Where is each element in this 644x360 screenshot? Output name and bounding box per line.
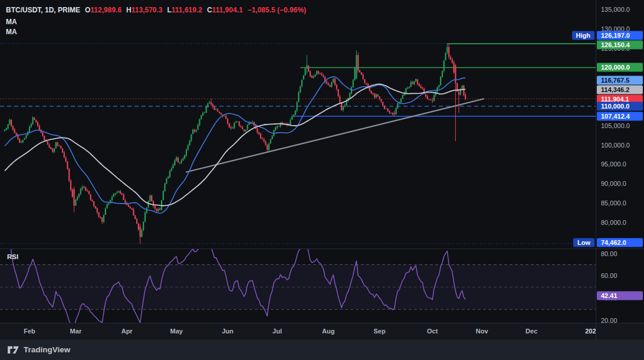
- price-badge: 42.41: [597, 291, 643, 300]
- price-tick: 135,000.0: [601, 6, 630, 13]
- price-tick: 95,000.0: [601, 161, 626, 168]
- low-marker-tag: Low: [573, 238, 594, 247]
- price-tick: 80.00: [601, 250, 617, 257]
- rsi-chart[interactable]: [0, 249, 596, 323]
- price-tick: 80,000.0: [601, 219, 626, 226]
- symbol-title[interactable]: BTC/USDT, 1D, PRIME: [6, 6, 80, 14]
- price-tick: 85,000.0: [601, 199, 626, 207]
- price-badge: 126,197.0: [597, 31, 643, 40]
- time-axis-month: Oct: [427, 323, 438, 339]
- price-badge: 116,767.5: [597, 76, 643, 84]
- time-axis-month: Aug: [322, 323, 334, 339]
- tradingview-chart-window: BTC/USDT, 1D, PRIME O112,989.6 H113,570.…: [0, 0, 644, 360]
- price-badge: 114,346.2: [597, 85, 643, 94]
- time-axis-labels: FebMarAprMayJunJulAugSepOctNovDec2026: [0, 323, 596, 339]
- time-axis-month: Dec: [525, 323, 537, 339]
- change-value: −1,085.5 (−0.96%): [248, 6, 306, 14]
- trend-line: [186, 99, 484, 172]
- time-axis-month: Apr: [121, 323, 133, 339]
- rsi-legend[interactable]: RSI: [7, 253, 18, 260]
- time-axis-year: 2026: [585, 323, 596, 339]
- price-tick: 100,000.0: [601, 142, 630, 149]
- high-value: H113,570.3: [126, 6, 162, 14]
- price-badge: 110,000.0: [597, 102, 643, 111]
- rsi-pane[interactable]: RSI: [0, 249, 596, 323]
- time-axis-month: Feb: [24, 323, 35, 339]
- time-axis-month: Jul: [272, 323, 282, 339]
- price-badge: 126,150.4: [597, 41, 643, 50]
- time-axis-month: May: [170, 323, 182, 339]
- price-tick: 105,000.0: [601, 122, 630, 129]
- tradingview-attribution[interactable]: TradingView: [7, 345, 70, 355]
- time-axis-month: Jun: [222, 323, 234, 339]
- low-value: L111,619.2: [167, 6, 202, 14]
- price-badge: 74,462.0: [597, 238, 643, 247]
- axis-separator: [0, 323, 644, 323]
- time-axis-month: Sep: [374, 323, 386, 339]
- price-tick: 20.00: [601, 317, 617, 324]
- indicator-legend-ma2[interactable]: MA: [6, 28, 306, 36]
- price-tick: 60.00: [601, 272, 617, 279]
- price-tick: 90,000.0: [601, 180, 626, 187]
- tradingview-label: TradingView: [24, 345, 70, 354]
- price-badge: 120,000.0: [597, 63, 643, 72]
- high-marker-tag: High: [572, 31, 594, 40]
- price-axis[interactable]: 135,000.0130,000.0125,000.0105,000.0100,…: [596, 0, 644, 323]
- price-badge: 107,412.4: [597, 112, 643, 120]
- price-pane[interactable]: BTC/USDT, 1D, PRIME O112,989.6 H113,570.…: [0, 0, 596, 248]
- indicator-legend-ma1[interactable]: MA: [6, 18, 306, 26]
- tradingview-logo-icon: [7, 345, 19, 355]
- time-axis-month: Mar: [70, 323, 82, 339]
- bottom-toolbar: TradingView: [0, 339, 644, 360]
- chart-legend: BTC/USDT, 1D, PRIME O112,989.6 H113,570.…: [6, 6, 306, 36]
- pane-separator[interactable]: [0, 248, 644, 249]
- time-axis-month: Nov: [476, 323, 488, 339]
- open-value: O112,989.6: [85, 6, 121, 14]
- candlestick-chart[interactable]: [0, 0, 596, 248]
- close-value: C111,904.1: [207, 6, 243, 14]
- time-axis[interactable]: FebMarAprMayJunJulAugSepOctNovDec2026: [0, 323, 644, 339]
